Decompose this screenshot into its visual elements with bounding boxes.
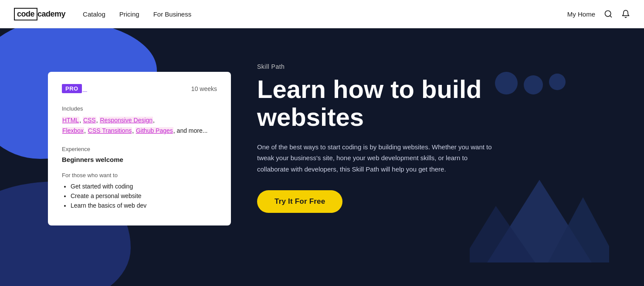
search-icon[interactable] xyxy=(604,10,613,18)
nav-links: Catalog Pricing For Business xyxy=(83,10,567,18)
hero-title-line1: Learn how to build xyxy=(257,75,482,103)
cta-try-free-button[interactable]: Try It For Free xyxy=(257,190,342,213)
nav-right: My Home xyxy=(567,10,630,18)
skill-css[interactable]: CSS xyxy=(83,117,96,124)
nav-for-business[interactable]: For Business xyxy=(153,10,192,18)
pro-badge: PRO xyxy=(62,84,82,93)
weeks-label: 10 weeks xyxy=(191,85,217,92)
includes-label: Includes xyxy=(62,105,217,112)
bell-icon[interactable] xyxy=(621,10,630,18)
skill-github-pages[interactable]: Github Pages xyxy=(136,127,173,134)
skill-responsive-design[interactable]: Responsive Design xyxy=(99,117,153,124)
card-header: PRO _ 10 weeks xyxy=(62,84,217,93)
goals-section: For those who want to Get started with c… xyxy=(62,172,217,209)
list-item: Create a personal website xyxy=(71,192,217,199)
my-home-link[interactable]: My Home xyxy=(567,10,595,18)
navbar: code cademy Catalog Pricing For Business… xyxy=(0,0,644,28)
logo-box: code xyxy=(14,8,37,20)
logo[interactable]: code cademy xyxy=(14,8,65,20)
for-section-label: For those who want to xyxy=(62,172,217,178)
experience-section: Experience Beginners welcome xyxy=(62,146,217,163)
skill-css-transitions[interactable]: CSS Transitions xyxy=(88,127,132,134)
list-item: Get started with coding xyxy=(71,183,217,190)
skill-flexbox[interactable]: Flexbox xyxy=(62,127,84,134)
goals-list: Get started with coding Create a persona… xyxy=(62,183,217,209)
logo-academy: cademy xyxy=(37,10,65,19)
experience-label: Experience xyxy=(62,146,217,152)
pro-cursor: _ xyxy=(83,84,87,93)
list-item: Learn the basics of web dev xyxy=(71,202,217,209)
nav-pricing[interactable]: Pricing xyxy=(119,10,139,18)
hero-title-line2: websites xyxy=(257,103,364,131)
hero-title: Learn how to build websites xyxy=(257,75,553,131)
includes-section: Includes HTML, CSS, Responsive Design, F… xyxy=(62,105,217,136)
course-card: PRO _ 10 weeks Includes HTML, CSS, Respo… xyxy=(48,72,231,225)
svg-line-1 xyxy=(610,16,612,17)
skills-list: HTML, CSS, Responsive Design, Flexbox, C… xyxy=(62,115,217,136)
experience-value: Beginners welcome xyxy=(62,156,217,163)
hero-section: PRO _ 10 weeks Includes HTML, CSS, Respo… xyxy=(0,28,644,286)
logo-code: code xyxy=(17,10,34,18)
hero-description: One of the best ways to start coding is … xyxy=(257,141,501,175)
pro-label-wrap: PRO _ xyxy=(62,84,87,93)
nav-catalog[interactable]: Catalog xyxy=(83,10,105,18)
skill-path-label: Skill Path xyxy=(257,63,553,70)
hero-content: Skill Path Learn how to build websites O… xyxy=(257,63,553,213)
skill-html[interactable]: HTML xyxy=(62,117,79,124)
